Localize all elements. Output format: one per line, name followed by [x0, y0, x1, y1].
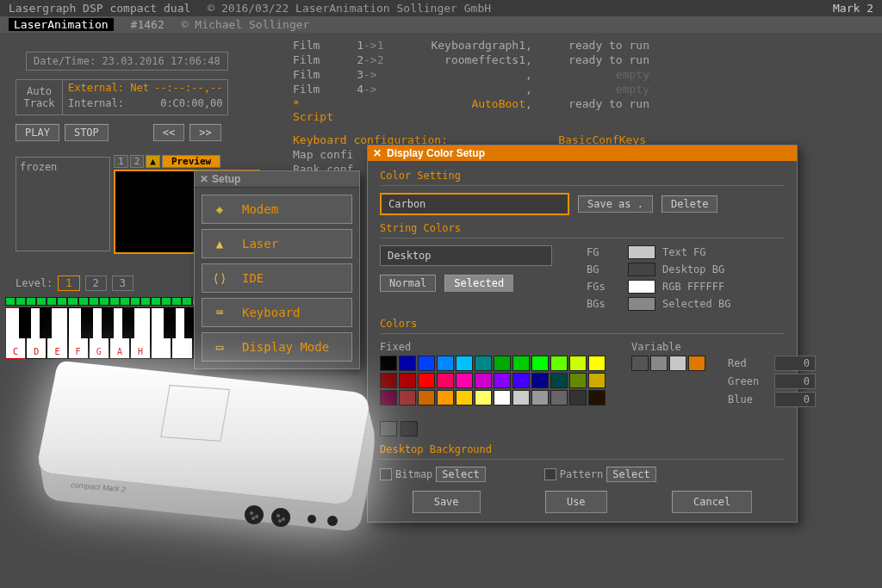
palette-cell[interactable]	[531, 373, 549, 388]
stop-button[interactable]: STOP	[65, 124, 109, 141]
palette-cell[interactable]	[456, 356, 473, 371]
forward-button[interactable]: >>	[189, 124, 220, 141]
setup-icon: ⌨	[211, 306, 228, 319]
string-selector[interactable]: Desktop	[380, 245, 552, 266]
green-label: Green	[728, 375, 767, 387]
copyright-line-2: © Michael Sollinger	[182, 18, 310, 31]
palette-cell[interactable]	[588, 373, 606, 388]
palette-cell[interactable]	[475, 373, 492, 388]
palette-cell[interactable]	[569, 373, 587, 388]
palette-cell[interactable]	[437, 356, 454, 371]
preview-tab-active[interactable]: Preview	[162, 155, 220, 168]
palette-cell[interactable]	[494, 356, 511, 371]
string-colors-label: String Colors	[380, 222, 785, 234]
palette-cell[interactable]	[531, 356, 549, 371]
svg-point-2	[271, 508, 290, 527]
preview-tab-warn-icon[interactable]: ▲	[146, 155, 160, 168]
delete-button[interactable]: Delete	[662, 195, 717, 213]
palette-cell[interactable]	[512, 356, 530, 371]
palette-cell[interactable]	[494, 373, 511, 388]
level-button-2[interactable]: 2	[85, 275, 107, 291]
palette-cell[interactable]	[569, 390, 587, 405]
save-as-button[interactable]: Save as .	[578, 195, 653, 213]
palette-cell[interactable]	[456, 373, 473, 388]
palette-cell[interactable]	[588, 390, 606, 405]
preview-tabs: 1 2 ▲ Preview	[114, 155, 220, 168]
palette-cell[interactable]	[437, 373, 454, 388]
green-input[interactable]: 0	[774, 374, 816, 389]
pattern-checkbox[interactable]	[544, 468, 556, 480]
palette-cell[interactable]	[475, 390, 492, 405]
fgs-label: FGs	[587, 281, 621, 293]
palette-cell[interactable]	[688, 356, 705, 371]
setup-button-keyboard[interactable]: ⌨Keyboard	[202, 298, 352, 327]
palette-cell[interactable]	[531, 390, 549, 405]
palette-cell[interactable]	[631, 356, 649, 371]
fgs-swatch[interactable]	[628, 280, 655, 294]
level-label: Level:	[16, 277, 53, 289]
level-button-1[interactable]: 1	[58, 275, 79, 291]
hardware-device-photo: compact Mark 2	[26, 344, 422, 568]
variable-label: Variable	[631, 341, 816, 353]
film-row: Film2->2roomeffects1,ready to run	[293, 53, 715, 67]
preview-tab-2[interactable]: 2	[130, 155, 145, 168]
palette-cell[interactable]	[650, 356, 668, 371]
color-setting-input[interactable]: Carbon	[380, 193, 569, 215]
palette-cell[interactable]	[475, 356, 492, 371]
palette-cell[interactable]	[550, 390, 568, 405]
svg-point-10	[278, 519, 282, 523]
fg-swatch[interactable]	[628, 245, 655, 259]
pattern-label: Pattern	[560, 468, 604, 480]
bg-text: Desktop BG	[662, 263, 766, 275]
blue-input[interactable]: 0	[774, 392, 816, 407]
play-button[interactable]: PLAY	[16, 124, 59, 141]
red-input[interactable]: 0	[774, 356, 816, 371]
svg-point-1	[245, 505, 264, 524]
palette-cell[interactable]	[669, 356, 686, 371]
palette-cell[interactable]	[456, 390, 473, 405]
close-icon[interactable]: ✕	[200, 173, 208, 185]
owner-name: LaserAnimation	[9, 18, 114, 31]
palette-cell[interactable]	[494, 390, 511, 405]
setup-button-ide[interactable]: ⟨⟩IDE	[202, 263, 352, 293]
setup-window: ✕ Setup ◈Modem▲Laser⟨⟩IDE⌨Keyboard▭Displ…	[194, 170, 360, 369]
internal-value: 0:C0:00,00	[160, 97, 222, 109]
colors-label: Colors	[380, 318, 785, 330]
bgs-text: Selected BG	[662, 298, 766, 310]
save-button[interactable]: Save	[413, 491, 481, 513]
setup-icon: ▲	[211, 237, 228, 251]
palette-cell[interactable]	[588, 356, 606, 371]
bgs-swatch[interactable]	[628, 297, 655, 311]
rewind-button[interactable]: <<	[153, 124, 184, 141]
palette-cell[interactable]	[550, 373, 568, 388]
use-button[interactable]: Use	[545, 491, 607, 513]
serial-number: #1462	[131, 18, 165, 31]
svg-point-4	[327, 516, 338, 526]
selected-button[interactable]: Selected	[444, 275, 513, 292]
setup-button-modem[interactable]: ◈Modem	[202, 195, 352, 224]
bg-label: BG	[587, 263, 621, 275]
film-row: Film1->1Keyboardgraph1,ready to run	[293, 38, 715, 53]
color-setting-label: Color Setting	[380, 170, 785, 182]
close-icon[interactable]: ✕	[373, 147, 382, 159]
setup-button-laser[interactable]: ▲Laser	[202, 229, 352, 258]
film-row: Film3->,empty	[293, 67, 715, 82]
bitmap-select-button[interactable]: Select	[436, 467, 485, 482]
status-left-panel: frozen	[16, 157, 110, 251]
palette-cell[interactable]	[550, 356, 568, 371]
palette-cell[interactable]	[569, 356, 587, 371]
svg-point-5	[250, 511, 253, 515]
normal-button[interactable]: Normal	[380, 275, 436, 292]
desktop-bg-label: Desktop Background	[380, 443, 785, 455]
preview-tab-1[interactable]: 1	[114, 155, 128, 168]
palette-cell[interactable]	[512, 390, 530, 405]
red-label: Red	[728, 357, 767, 369]
level-button-3[interactable]: 3	[112, 275, 134, 291]
svg-point-9	[282, 517, 285, 521]
palette-cell[interactable]	[437, 390, 454, 405]
palette-cell[interactable]	[512, 373, 530, 388]
cancel-button[interactable]: Cancel	[672, 491, 752, 513]
auto-track-label: Auto Track	[16, 80, 63, 115]
pattern-select-button[interactable]: Select	[606, 467, 655, 482]
bg-swatch[interactable]	[628, 263, 655, 276]
